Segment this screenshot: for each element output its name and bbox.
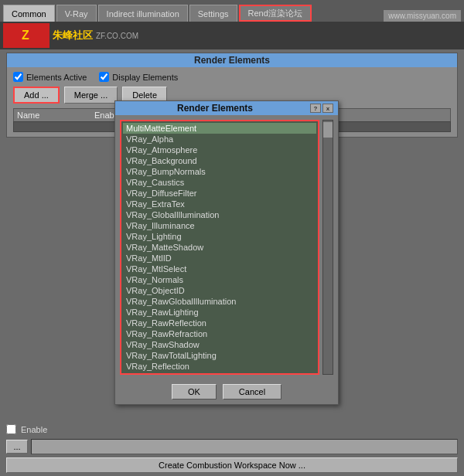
modal-title: Render Elements: [120, 103, 310, 114]
list-item[interactable]: VRay_ExtraTex: [123, 199, 316, 209]
render-elements-modal: Render Elements ? x MultiMatteElementVRa…: [114, 100, 339, 405]
list-item[interactable]: MultiMatteElement: [123, 123, 316, 134]
modal-body: MultiMatteElementVRay_AlphaVRay_Atmosphe…: [115, 115, 338, 379]
scroll-thumb: [323, 122, 333, 138]
list-item[interactable]: VRay_MtlSelect: [123, 264, 316, 274]
bottom-section: Enable ... Create Combustion Workspace N…: [0, 421, 464, 476]
list-item[interactable]: VRay_MatteShadow: [123, 242, 316, 253]
list-item[interactable]: VRay_GlobalIllumination: [123, 209, 316, 220]
list-item[interactable]: VRay_Caustics: [123, 177, 316, 188]
list-item[interactable]: VRay_RawShadow: [123, 339, 316, 350]
list-item[interactable]: VRay_BumpNormals: [123, 166, 316, 177]
modal-footer: OK Cancel: [115, 379, 338, 404]
list-item[interactable]: VRay_RawTotalLighting: [123, 350, 316, 361]
list-item[interactable]: VRay_MtlID: [123, 253, 316, 264]
modal-close-btn[interactable]: x: [322, 104, 333, 113]
list-item[interactable]: VRay_Lighting: [123, 231, 316, 242]
list-item[interactable]: VRay_Normals: [123, 274, 316, 285]
input-row: ...: [6, 439, 458, 454]
list-item[interactable]: VRay_RawGlobalIllumination: [123, 296, 316, 307]
list-item[interactable]: VRay_Reflection: [123, 361, 316, 372]
list-item[interactable]: VRay_DiffuseFilter: [123, 188, 316, 199]
enable-row: Enable: [6, 424, 458, 434]
workspace-input[interactable]: [31, 439, 458, 454]
list-item[interactable]: VRay_RawRefraction: [123, 328, 316, 339]
ellipsis-button[interactable]: ...: [6, 440, 28, 454]
list-item[interactable]: VRay_RawLighting: [123, 307, 316, 318]
enable-checkbox[interactable]: [6, 424, 16, 434]
list-scrollbar[interactable]: [322, 120, 333, 375]
modal-title-bar: Render Elements ? x: [115, 101, 338, 115]
list-item[interactable]: VRay_RawReflection: [123, 318, 316, 328]
list-item[interactable]: VRay_ReflectionFilter: [123, 372, 316, 375]
list-item[interactable]: VRay_Alpha: [123, 134, 316, 144]
cancel-button[interactable]: Cancel: [223, 384, 281, 400]
element-list[interactable]: MultiMatteElementVRay_AlphaVRay_Atmosphe…: [120, 120, 319, 375]
modal-corner-buttons: ? x: [310, 104, 333, 113]
modal-minimize-btn[interactable]: ?: [310, 104, 321, 113]
modal-overlay: Render Elements ? x MultiMatteElementVRa…: [0, 0, 464, 476]
list-item[interactable]: VRay_Background: [123, 155, 316, 166]
list-item[interactable]: VRay_Atmosphere: [123, 144, 316, 155]
list-item[interactable]: VRay_ObjectID: [123, 285, 316, 296]
create-workspace-button[interactable]: Create Combustion Workspace Now ...: [6, 457, 458, 473]
enable-label: Enable: [21, 425, 47, 434]
ok-button[interactable]: OK: [172, 384, 217, 400]
list-item[interactable]: VRay_Illuminance: [123, 220, 316, 231]
